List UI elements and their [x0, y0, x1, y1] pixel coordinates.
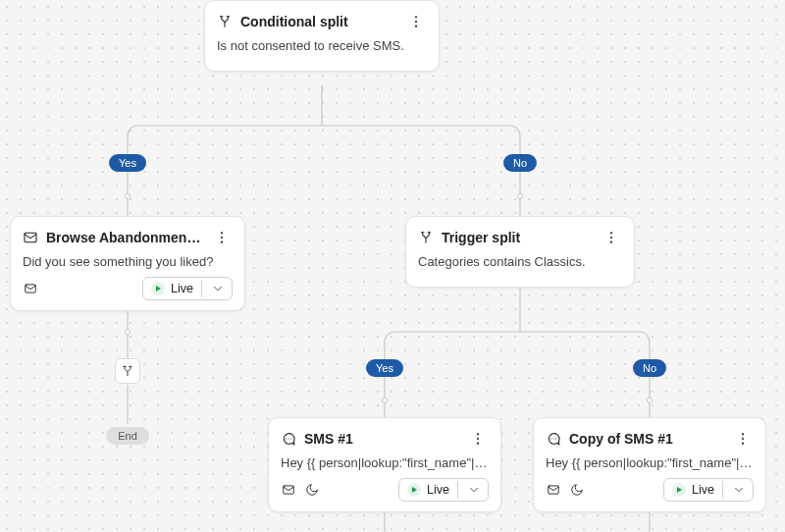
node-title: Copy of SMS #1 [569, 431, 724, 447]
node-trigger-split[interactable]: Trigger split Categories contains Classi… [405, 216, 635, 288]
svg-rect-3 [25, 233, 36, 241]
email-icon [23, 281, 38, 296]
chevron-down-icon [210, 281, 226, 296]
end-label: End [106, 427, 149, 445]
sms-icon [546, 431, 561, 447]
status-label: Live [427, 483, 449, 497]
svg-point-15 [742, 433, 744, 435]
node-menu-button[interactable] [732, 428, 754, 450]
quiet-hours-icon [304, 482, 320, 498]
node-title: Trigger split [442, 230, 593, 245]
node-email[interactable]: Browse Abandonment: Email… Did you see s… [10, 216, 245, 311]
svg-point-4 [221, 232, 223, 234]
svg-point-12 [477, 438, 479, 440]
node-description: Hey {{ person|lookup:"first_name"|defaul… [281, 455, 489, 470]
svg-point-2 [415, 26, 417, 27]
quiet-hours-icon [569, 482, 585, 498]
svg-point-17 [742, 443, 744, 445]
branch-label-no: No [503, 154, 537, 172]
node-title: SMS #1 [304, 431, 459, 447]
svg-point-0 [415, 16, 417, 18]
node-menu-button[interactable] [405, 11, 427, 32]
node-sms-2[interactable]: Copy of SMS #1 Hey {{ person|lookup:"fir… [533, 417, 766, 512]
svg-point-6 [221, 241, 223, 243]
svg-point-5 [221, 237, 223, 239]
status-dropdown[interactable]: Live [663, 478, 754, 502]
sms-icon [281, 431, 296, 447]
node-conditional-split[interactable]: Conditional split Is not consented to re… [204, 0, 440, 72]
split-icon [418, 230, 434, 245]
svg-point-16 [742, 438, 744, 440]
play-icon [672, 483, 686, 497]
svg-point-9 [610, 237, 612, 239]
connector-dot [647, 398, 653, 403]
svg-rect-14 [284, 486, 294, 494]
node-menu-button[interactable] [601, 227, 622, 248]
branch-label-no: No [633, 359, 666, 377]
svg-rect-18 [549, 486, 559, 494]
svg-point-1 [415, 21, 417, 23]
split-icon [217, 14, 233, 29]
chevron-down-icon [466, 482, 482, 498]
connector-dot [125, 193, 131, 199]
chevron-down-icon [731, 482, 747, 498]
svg-rect-7 [26, 285, 36, 293]
svg-point-13 [477, 443, 479, 445]
node-menu-button[interactable] [467, 428, 489, 450]
email-icon [23, 230, 38, 245]
svg-point-8 [610, 232, 612, 234]
status-label: Live [692, 483, 714, 497]
play-icon [407, 483, 421, 497]
node-description: Did you see something you liked? [23, 254, 233, 269]
status-dropdown[interactable]: Live [142, 277, 233, 300]
svg-point-11 [477, 433, 479, 435]
node-description: Is not consented to receive SMS. [217, 38, 427, 53]
status-dropdown[interactable]: Live [398, 478, 489, 502]
play-icon [151, 282, 165, 295]
node-collapsed-split[interactable] [115, 358, 140, 384]
email-icon [546, 482, 561, 498]
connector-dot [382, 398, 388, 403]
node-menu-button[interactable] [211, 227, 233, 248]
status-label: Live [171, 282, 193, 295]
node-description: Categories contains Classics. [418, 254, 622, 269]
connector-dot [125, 329, 131, 335]
branch-label-yes: Yes [366, 359, 403, 377]
node-description: Hey {{ person|lookup:"first_name"|defaul… [546, 455, 754, 470]
node-title: Browse Abandonment: Email… [46, 230, 203, 245]
email-icon [281, 482, 296, 498]
split-icon [120, 363, 135, 379]
svg-point-10 [610, 241, 612, 243]
connector-dot [517, 193, 523, 199]
node-title: Conditional split [240, 14, 397, 29]
node-sms-1[interactable]: SMS #1 Hey {{ person|lookup:"first_name"… [268, 417, 501, 512]
branch-label-yes: Yes [109, 154, 146, 172]
